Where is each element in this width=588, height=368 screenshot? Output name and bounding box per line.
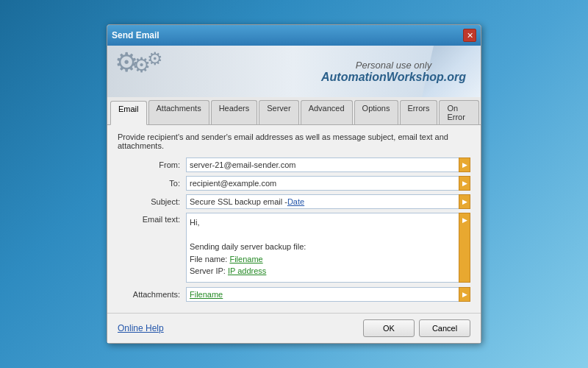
tab-on-error[interactable]: On Error <box>439 100 479 124</box>
tab-email[interactable]: Email <box>110 101 147 125</box>
from-row: From: ▶ <box>118 158 470 172</box>
to-arrow-button[interactable]: ▶ <box>459 176 470 191</box>
subject-label: Subject: <box>118 197 180 206</box>
file-name-prefix: File name: <box>190 255 229 263</box>
bottom-bar: Online Help OK Cancel <box>107 313 481 343</box>
description-text: Provide recipient's and sender's email a… <box>118 132 470 150</box>
from-label: From: <box>118 160 180 169</box>
personal-use-text: Personal use only <box>321 60 466 71</box>
email-textarea[interactable]: Hi, Sending daily server backup file: Fi… <box>186 213 459 283</box>
subject-input-wrap: Secure SSL backup email - Date ▶ <box>186 194 470 209</box>
brand-text: AutomationWorkshop.org <box>321 71 466 84</box>
tab-server[interactable]: Server <box>259 100 298 124</box>
filename-link[interactable]: Filename <box>229 255 262 263</box>
attachments-filename-link[interactable]: Filename <box>190 290 223 299</box>
email-spacer <box>190 229 456 241</box>
tab-errors[interactable]: Errors <box>400 100 438 124</box>
online-help-link[interactable]: Online Help <box>118 323 164 333</box>
from-arrow-button[interactable]: ▶ <box>459 158 470 172</box>
subject-date-link[interactable]: Date <box>287 197 304 206</box>
attachments-input-wrap: Filename ▶ <box>186 287 470 302</box>
banner-text: Personal use only AutomationWorkshop.org <box>321 60 466 84</box>
subject-prefix: Secure SSL backup email - <box>190 197 287 206</box>
attachments-row: Attachments: Filename ▶ <box>118 287 470 302</box>
tab-headers[interactable]: Headers <box>211 100 258 124</box>
subject-arrow-button[interactable]: ▶ <box>459 194 470 209</box>
gear-small-icon: ⚙ <box>147 49 163 69</box>
tab-options[interactable]: Options <box>354 100 398 124</box>
email-text-wrap: Hi, Sending daily server backup file: Fi… <box>186 213 470 283</box>
cancel-button[interactable]: Cancel <box>419 319 470 337</box>
to-input-wrap: ▶ <box>186 176 470 191</box>
server-ip-prefix: Server IP: <box>190 266 228 275</box>
button-group: OK Cancel <box>363 319 470 337</box>
email-text-label: Email text: <box>118 213 180 224</box>
dialog-title: Send Email <box>112 30 159 40</box>
email-line2: Sending daily server backup file: <box>190 241 456 253</box>
to-row: To: ▶ <box>118 176 470 191</box>
attachments-field[interactable]: Filename <box>186 287 459 302</box>
close-icon: ✕ <box>467 31 473 40</box>
email-line1: Hi, <box>190 216 456 229</box>
send-email-dialog: Send Email ✕ ⚙ ⚙ ⚙ Personal use only Aut… <box>107 24 481 344</box>
attachments-arrow-button[interactable]: ▶ <box>459 287 470 302</box>
subject-row: Subject: Secure SSL backup email - Date … <box>118 194 470 209</box>
to-label: To: <box>118 179 180 188</box>
gears-decoration: ⚙ ⚙ ⚙ <box>115 49 163 76</box>
title-bar: Send Email ✕ <box>107 25 481 46</box>
tab-attachments[interactable]: Attachments <box>148 100 209 124</box>
tab-bar: Email Attachments Headers Server Advance… <box>107 97 481 125</box>
subject-field[interactable]: Secure SSL backup email - Date <box>186 194 459 209</box>
ip-address-link[interactable]: IP address <box>228 266 266 275</box>
from-input[interactable] <box>186 158 459 172</box>
from-input-wrap: ▶ <box>186 158 470 172</box>
main-content: Provide recipient's and sender's email a… <box>107 125 481 313</box>
ok-button[interactable]: OK <box>363 319 415 337</box>
email-line3: File name: Filename <box>190 253 456 266</box>
tab-advanced[interactable]: Advanced <box>301 100 353 124</box>
email-text-row: Email text: Hi, Sending daily server bac… <box>118 213 470 283</box>
email-text-arrow-button[interactable]: ▶ <box>459 213 470 283</box>
email-body: Hi, Sending daily server backup file: Fi… <box>190 216 456 277</box>
email-line4: Server IP: IP address <box>190 265 456 277</box>
attachments-label: Attachments: <box>118 290 180 299</box>
banner: ⚙ ⚙ ⚙ Personal use only AutomationWorksh… <box>107 46 481 97</box>
close-button[interactable]: ✕ <box>463 29 476 42</box>
to-input[interactable] <box>186 176 459 191</box>
